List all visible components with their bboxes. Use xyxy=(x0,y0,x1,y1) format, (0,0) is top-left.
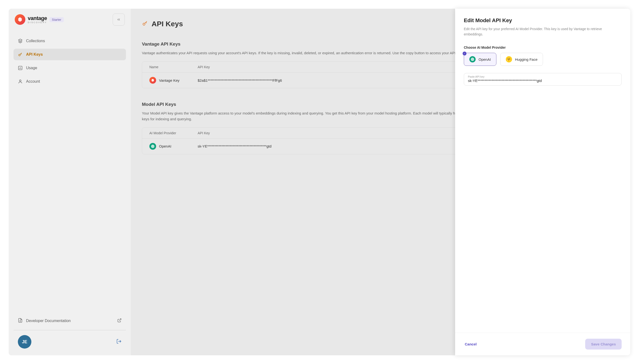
save-button[interactable]: Save Changes xyxy=(585,339,622,350)
external-link-icon xyxy=(117,318,122,324)
cancel-button[interactable]: Cancel xyxy=(464,340,478,348)
sidebar: vantage DISCOVERY Starter Collections xyxy=(9,9,131,355)
chevron-double-left-icon xyxy=(117,17,121,22)
collapse-sidebar-button[interactable] xyxy=(113,14,125,26)
layers-icon xyxy=(18,38,23,44)
developer-docs-link[interactable]: Developer Documentation xyxy=(14,314,126,327)
column-provider: AI Model Provider xyxy=(149,131,198,135)
column-name: Name xyxy=(149,65,198,69)
provider-option-label: Hugging Face xyxy=(515,57,537,62)
logo-icon xyxy=(15,14,25,25)
provider-label: Choose AI Model Provider xyxy=(464,46,622,50)
key-name: Vantage Key xyxy=(159,78,180,82)
provider-cell: OpenAI xyxy=(149,143,198,150)
document-icon xyxy=(18,318,23,324)
vantage-icon xyxy=(149,77,156,84)
api-key-input[interactable] xyxy=(468,78,617,83)
brand-logo: vantage DISCOVERY Starter xyxy=(15,14,64,25)
brand-subtitle: DISCOVERY xyxy=(28,22,47,24)
bar-chart-icon xyxy=(18,66,23,70)
provider-option-huggingface[interactable]: 🤗 Hugging Face xyxy=(500,53,543,66)
sidebar-item-label: Collections xyxy=(26,39,45,43)
api-key-input-wrapper[interactable]: Paste API key xyxy=(464,73,622,86)
doc-link-label: Developer Documentation xyxy=(26,319,71,323)
openai-icon xyxy=(469,56,476,62)
logout-icon xyxy=(116,339,122,344)
openai-icon xyxy=(149,143,156,150)
user-row: JE xyxy=(14,333,126,350)
logout-button[interactable] xyxy=(116,339,122,345)
sidebar-item-usage[interactable]: Usage xyxy=(14,62,126,74)
nav-list: Collections API Keys Usage xyxy=(14,35,126,87)
provider-option-label: OpenAI xyxy=(479,57,491,62)
sidebar-item-api-keys[interactable]: API Keys xyxy=(14,49,126,60)
sidebar-item-collections[interactable]: Collections xyxy=(14,35,126,47)
sidebar-item-label: Usage xyxy=(26,66,37,70)
provider-options: ✓ OpenAI 🤗 Hugging Face xyxy=(464,53,622,66)
sidebar-item-account[interactable]: Account xyxy=(14,76,126,87)
provider-name: OpenAI xyxy=(159,144,171,148)
svg-point-2 xyxy=(20,80,21,82)
input-label: Paste API key xyxy=(468,75,617,78)
check-icon: ✓ xyxy=(463,52,466,56)
panel-footer: Cancel Save Changes xyxy=(455,333,630,355)
plan-badge: Starter xyxy=(50,17,64,22)
avatar[interactable]: JE xyxy=(18,335,31,348)
divider xyxy=(14,330,126,330)
provider-option-openai[interactable]: ✓ OpenAI xyxy=(464,53,496,66)
key-icon xyxy=(18,52,23,57)
panel-desc: Edit the API key for your preferred AI M… xyxy=(464,26,622,37)
key-name-cell: Vantage Key xyxy=(149,77,198,84)
huggingface-icon: 🤗 xyxy=(506,56,512,62)
page-title: API Keys xyxy=(152,20,183,28)
sidebar-item-label: Account xyxy=(26,79,40,84)
sidebar-item-label: API Keys xyxy=(26,52,43,57)
user-icon xyxy=(18,79,23,84)
brand-name: vantage xyxy=(28,16,47,21)
key-icon xyxy=(142,20,148,28)
sidebar-header: vantage DISCOVERY Starter xyxy=(14,14,126,26)
edit-model-key-panel: Edit Model API Key Edit the API key for … xyxy=(455,9,630,355)
panel-title: Edit Model API Key xyxy=(464,17,622,24)
